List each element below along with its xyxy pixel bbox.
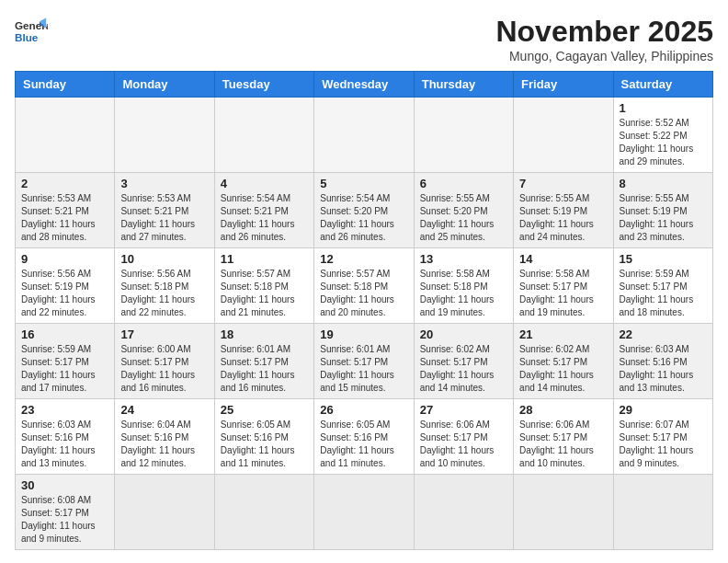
calendar-day-cell: 17Sunrise: 6:00 AMSunset: 5:17 PMDayligh… bbox=[115, 324, 214, 399]
sunrise-text: Sunrise: 5:56 AM bbox=[21, 268, 108, 281]
day-info: Sunrise: 5:54 AMSunset: 5:20 PMDaylight:… bbox=[320, 192, 407, 244]
daylight-text: Daylight: 11 hours and 24 minutes. bbox=[519, 218, 607, 244]
daylight-text: Daylight: 11 hours and 10 minutes. bbox=[420, 444, 507, 470]
daylight-text: Daylight: 11 hours and 17 minutes. bbox=[21, 369, 108, 395]
daylight-text: Daylight: 11 hours and 19 minutes. bbox=[420, 293, 507, 319]
sunrise-text: Sunrise: 6:03 AM bbox=[21, 419, 108, 431]
sunrise-text: Sunrise: 6:02 AM bbox=[420, 343, 507, 356]
calendar-week-row: 23Sunrise: 6:03 AMSunset: 5:16 PMDayligh… bbox=[16, 399, 713, 475]
sunset-text: Sunset: 5:16 PM bbox=[320, 431, 407, 444]
calendar-day-cell: 6Sunrise: 5:55 AMSunset: 5:20 PMDaylight… bbox=[414, 173, 513, 248]
weekday-header-tuesday: Tuesday bbox=[214, 72, 313, 98]
day-number: 17 bbox=[120, 327, 208, 341]
sunset-text: Sunset: 5:18 PM bbox=[120, 281, 208, 293]
sunset-text: Sunset: 5:16 PM bbox=[221, 431, 308, 444]
calendar-day-cell: 30Sunrise: 6:08 AMSunset: 5:17 PMDayligh… bbox=[16, 475, 115, 550]
calendar-day-cell bbox=[613, 475, 712, 550]
sunrise-text: Sunrise: 6:04 AM bbox=[120, 419, 208, 431]
day-number: 7 bbox=[519, 177, 607, 190]
sunset-text: Sunset: 5:17 PM bbox=[519, 281, 607, 293]
day-number: 13 bbox=[420, 252, 507, 266]
calendar-week-row: 1Sunrise: 5:52 AMSunset: 5:22 PMDaylight… bbox=[16, 98, 713, 173]
day-info: Sunrise: 5:55 AMSunset: 5:20 PMDaylight:… bbox=[420, 192, 507, 244]
svg-text:Blue: Blue bbox=[15, 31, 39, 43]
day-number: 6 bbox=[420, 177, 507, 190]
calendar-day-cell: 7Sunrise: 5:55 AMSunset: 5:19 PMDaylight… bbox=[514, 173, 613, 248]
weekday-header-monday: Monday bbox=[115, 72, 214, 98]
day-info: Sunrise: 6:02 AMSunset: 5:17 PMDaylight:… bbox=[519, 343, 607, 395]
calendar-day-cell: 16Sunrise: 5:59 AMSunset: 5:17 PMDayligh… bbox=[16, 324, 115, 399]
day-info: Sunrise: 5:59 AMSunset: 5:17 PMDaylight:… bbox=[21, 343, 108, 395]
day-number: 20 bbox=[420, 327, 507, 341]
sunset-text: Sunset: 5:17 PM bbox=[221, 356, 308, 369]
weekday-header-sunday: Sunday bbox=[16, 72, 115, 98]
sunrise-text: Sunrise: 5:58 AM bbox=[420, 268, 507, 281]
day-number: 10 bbox=[120, 252, 208, 266]
day-number: 2 bbox=[21, 177, 108, 190]
sunrise-text: Sunrise: 6:03 AM bbox=[620, 343, 707, 356]
daylight-text: Daylight: 11 hours and 11 minutes. bbox=[221, 444, 308, 470]
sunset-text: Sunset: 5:18 PM bbox=[320, 281, 407, 293]
day-number: 30 bbox=[21, 478, 108, 492]
daylight-text: Daylight: 11 hours and 23 minutes. bbox=[620, 218, 707, 244]
daylight-text: Daylight: 11 hours and 11 minutes. bbox=[320, 444, 407, 470]
calendar-day-cell: 2Sunrise: 5:53 AMSunset: 5:21 PMDaylight… bbox=[16, 173, 115, 248]
calendar-day-cell: 24Sunrise: 6:04 AMSunset: 5:16 PMDayligh… bbox=[115, 399, 214, 475]
sunset-text: Sunset: 5:19 PM bbox=[21, 281, 108, 293]
day-info: Sunrise: 5:52 AMSunset: 5:22 PMDaylight:… bbox=[620, 117, 707, 168]
sunrise-text: Sunrise: 6:05 AM bbox=[221, 419, 308, 431]
calendar-day-cell: 18Sunrise: 6:01 AMSunset: 5:17 PMDayligh… bbox=[214, 324, 313, 399]
day-info: Sunrise: 6:01 AMSunset: 5:17 PMDaylight:… bbox=[221, 343, 308, 395]
daylight-text: Daylight: 11 hours and 16 minutes. bbox=[221, 369, 308, 395]
day-info: Sunrise: 6:03 AMSunset: 5:16 PMDaylight:… bbox=[21, 419, 108, 470]
sunrise-text: Sunrise: 5:55 AM bbox=[519, 192, 607, 205]
calendar-day-cell: 14Sunrise: 5:58 AMSunset: 5:17 PMDayligh… bbox=[514, 248, 613, 324]
daylight-text: Daylight: 11 hours and 18 minutes. bbox=[620, 293, 707, 319]
day-number: 12 bbox=[320, 252, 407, 266]
sunset-text: Sunset: 5:17 PM bbox=[420, 431, 507, 444]
sunset-text: Sunset: 5:21 PM bbox=[221, 205, 308, 218]
sunrise-text: Sunrise: 5:53 AM bbox=[120, 192, 208, 205]
weekday-header-friday: Friday bbox=[514, 72, 613, 98]
calendar-day-cell: 9Sunrise: 5:56 AMSunset: 5:19 PMDaylight… bbox=[16, 248, 115, 324]
daylight-text: Daylight: 11 hours and 13 minutes. bbox=[620, 369, 707, 395]
calendar-day-cell bbox=[314, 98, 414, 173]
day-info: Sunrise: 6:00 AMSunset: 5:17 PMDaylight:… bbox=[120, 343, 208, 395]
sunset-text: Sunset: 5:19 PM bbox=[519, 205, 607, 218]
sunrise-text: Sunrise: 5:55 AM bbox=[420, 192, 507, 205]
day-info: Sunrise: 6:06 AMSunset: 5:17 PMDaylight:… bbox=[519, 419, 607, 470]
daylight-text: Daylight: 11 hours and 9 minutes. bbox=[21, 520, 108, 546]
daylight-text: Daylight: 11 hours and 10 minutes. bbox=[519, 444, 607, 470]
sunset-text: Sunset: 5:16 PM bbox=[21, 431, 108, 444]
calendar-day-cell bbox=[214, 98, 313, 173]
day-info: Sunrise: 5:58 AMSunset: 5:18 PMDaylight:… bbox=[420, 268, 507, 319]
calendar-day-cell bbox=[16, 98, 115, 173]
daylight-text: Daylight: 11 hours and 14 minutes. bbox=[420, 369, 507, 395]
calendar-day-cell bbox=[414, 475, 513, 550]
day-info: Sunrise: 5:55 AMSunset: 5:19 PMDaylight:… bbox=[519, 192, 607, 244]
daylight-text: Daylight: 11 hours and 22 minutes. bbox=[21, 293, 108, 319]
day-number: 26 bbox=[320, 403, 407, 417]
sunset-text: Sunset: 5:17 PM bbox=[320, 356, 407, 369]
location-subtitle: Mungo, Cagayan Valley, Philippines bbox=[495, 49, 713, 63]
calendar-day-cell bbox=[314, 475, 414, 550]
day-number: 14 bbox=[519, 252, 607, 266]
sunset-text: Sunset: 5:21 PM bbox=[21, 205, 108, 218]
day-info: Sunrise: 5:53 AMSunset: 5:21 PMDaylight:… bbox=[120, 192, 208, 244]
day-number: 27 bbox=[420, 403, 507, 417]
day-info: Sunrise: 6:05 AMSunset: 5:16 PMDaylight:… bbox=[221, 419, 308, 470]
day-info: Sunrise: 6:07 AMSunset: 5:17 PMDaylight:… bbox=[620, 419, 707, 470]
calendar-day-cell: 27Sunrise: 6:06 AMSunset: 5:17 PMDayligh… bbox=[414, 399, 513, 475]
day-number: 3 bbox=[120, 177, 208, 190]
sunset-text: Sunset: 5:20 PM bbox=[420, 205, 507, 218]
day-info: Sunrise: 6:04 AMSunset: 5:16 PMDaylight:… bbox=[120, 419, 208, 470]
sunrise-text: Sunrise: 5:55 AM bbox=[620, 192, 707, 205]
calendar-day-cell: 22Sunrise: 6:03 AMSunset: 5:16 PMDayligh… bbox=[613, 324, 712, 399]
sunrise-text: Sunrise: 6:08 AM bbox=[21, 494, 108, 507]
day-number: 16 bbox=[21, 327, 108, 341]
day-info: Sunrise: 5:54 AMSunset: 5:21 PMDaylight:… bbox=[221, 192, 308, 244]
sunrise-text: Sunrise: 6:01 AM bbox=[320, 343, 407, 356]
calendar-day-cell: 11Sunrise: 5:57 AMSunset: 5:18 PMDayligh… bbox=[214, 248, 313, 324]
daylight-text: Daylight: 11 hours and 15 minutes. bbox=[320, 369, 407, 395]
daylight-text: Daylight: 11 hours and 28 minutes. bbox=[21, 218, 108, 244]
